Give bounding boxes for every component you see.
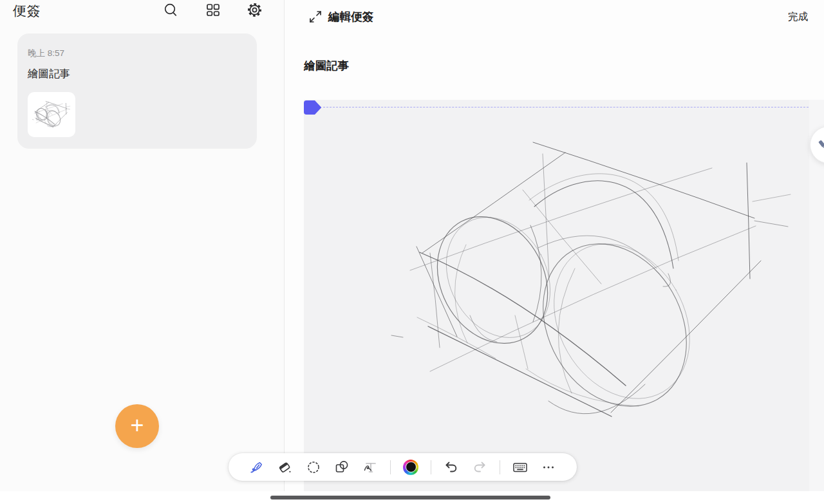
toolbar-divider bbox=[390, 460, 391, 474]
editor-title: 編輯便簽 bbox=[328, 9, 373, 24]
more-options-button[interactable] bbox=[537, 453, 560, 481]
note-thumbnail bbox=[28, 92, 75, 137]
shape-recognition-tool-button[interactable] bbox=[330, 453, 353, 481]
toolbar-divider bbox=[431, 460, 431, 474]
note-title-field[interactable]: 繪圖記事 bbox=[304, 58, 349, 73]
color-picker-button[interactable] bbox=[399, 453, 422, 481]
pen-tool-button[interactable] bbox=[245, 453, 268, 481]
text-convert-tool-button[interactable] bbox=[359, 453, 382, 481]
grid-view-icon[interactable] bbox=[204, 1, 221, 19]
sidebar-icon-group bbox=[162, 1, 263, 19]
drawing-toolbar bbox=[229, 453, 577, 481]
note-list-item[interactable]: 晚上 8:57 繪圖記事 bbox=[17, 33, 257, 149]
undo-button[interactable] bbox=[440, 453, 463, 481]
note-timestamp: 晚上 8:57 bbox=[28, 48, 64, 59]
search-icon[interactable] bbox=[162, 1, 180, 19]
eraser-tool-button[interactable] bbox=[274, 453, 297, 481]
toolbar-divider bbox=[500, 460, 500, 474]
notes-sidebar: 便簽 bbox=[0, 0, 284, 504]
done-button[interactable]: 完成 bbox=[788, 10, 808, 24]
plus-icon: + bbox=[130, 414, 144, 437]
add-note-button[interactable]: + bbox=[115, 404, 159, 448]
editor-header: 編輯便簽 完成 bbox=[285, 0, 824, 33]
redo-button[interactable] bbox=[468, 453, 491, 481]
gesture-navigation-bar[interactable] bbox=[270, 496, 550, 499]
note-editor-panel: 編輯便簽 完成 繪圖記事 bbox=[285, 0, 824, 504]
sidebar-header: 便簽 bbox=[0, 0, 284, 28]
current-color-black bbox=[406, 462, 417, 472]
note-card-title: 繪圖記事 bbox=[28, 67, 70, 81]
handwritten-sketch bbox=[304, 100, 809, 491]
spen-icon bbox=[815, 137, 824, 153]
lasso-selection-tool-button[interactable] bbox=[302, 453, 325, 481]
drawing-canvas[interactable] bbox=[304, 100, 809, 491]
expand-icon[interactable] bbox=[307, 8, 324, 25]
notes-app-screen: 便簽 bbox=[0, 0, 824, 504]
settings-icon[interactable] bbox=[246, 1, 263, 19]
keyboard-toggle-button[interactable] bbox=[509, 453, 532, 481]
sidebar-title: 便簽 bbox=[13, 2, 41, 20]
color-wheel-icon bbox=[403, 460, 418, 475]
